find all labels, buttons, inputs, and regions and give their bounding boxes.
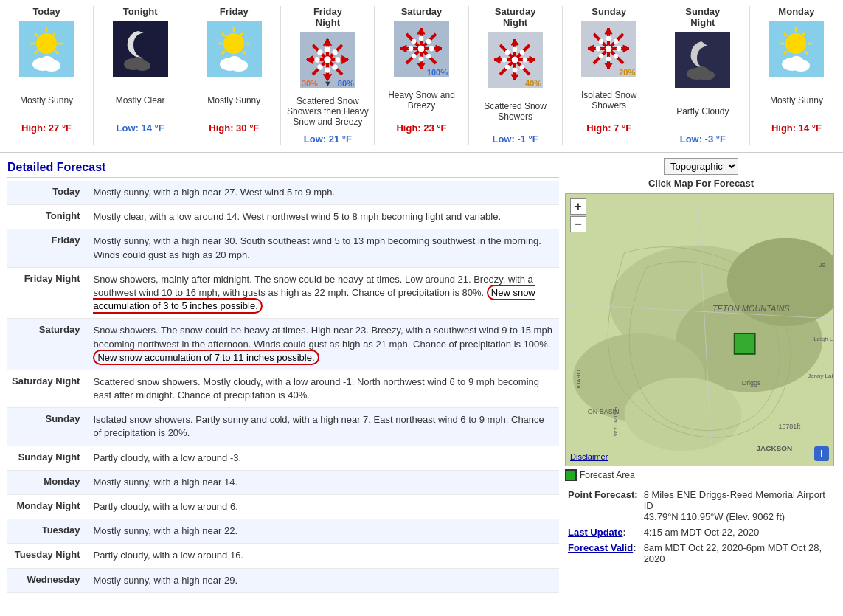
precip-saturday: 100% [394, 68, 449, 77]
point-forecast-value: 8 Miles ENE Driggs-Reed Memorial Airport… [641, 487, 837, 525]
zoom-out-button[interactable]: − [570, 216, 586, 232]
svg-point-76 [513, 68, 517, 72]
svg-point-93 [606, 36, 611, 41]
main-content: Detailed Forecast TodayMostly sunny, wit… [0, 153, 843, 601]
svg-point-75 [513, 47, 517, 52]
precip-friday-night: 30% ▼ 80% [300, 79, 355, 88]
last-update-link[interactable]: Last Update [568, 527, 622, 538]
svg-point-45 [318, 65, 322, 69]
forecast-description: Scattered snow showers. Mostly cloudy, w… [89, 370, 559, 407]
last-update-label: Last Update: [565, 525, 641, 540]
desc-sunday-night: Partly Cloudy [656, 92, 749, 131]
forecast-row: Tuesday NightPartly cloudy, with a low a… [7, 544, 559, 568]
map-controls: Topographic Standard Satellite [565, 158, 837, 175]
svg-point-95 [596, 46, 600, 51]
svg-point-40 [325, 68, 330, 72]
svg-point-83 [512, 57, 518, 63]
forecast-day-sunday-night: SundayNight Partly Cloudy Low: -3 °F [656, 6, 750, 145]
forecast-period: Tuesday Night [7, 544, 89, 568]
disclaimer-link[interactable]: Disclaimer [570, 452, 608, 461]
forecast-period: Friday [7, 229, 89, 267]
day-title-sunday: Sunday [563, 6, 656, 17]
svg-point-60 [429, 46, 434, 51]
svg-point-101 [606, 46, 611, 52]
forecast-row: MondayMostly sunny, with a high near 14. [7, 470, 559, 494]
forecast-period: Monday Night [7, 495, 89, 519]
desc-sunday: Isolated Snow Showers [563, 81, 656, 120]
day-title-friday-night: FridayNight [281, 6, 374, 28]
click-map-label: Click Map For Forecast [565, 178, 837, 189]
forecast-valid-value: 8am MDT Oct 22, 2020-6pm MDT Oct 28, 202… [641, 540, 837, 567]
svg-point-107 [785, 33, 806, 54]
svg-point-43 [318, 50, 322, 55]
svg-point-100 [614, 54, 618, 58]
legend-box [565, 469, 577, 481]
svg-text:13781ft: 13781ft [778, 423, 800, 430]
forecast-period: Sunday [7, 408, 89, 446]
svg-point-57 [419, 36, 423, 41]
detailed-forecast-title: Detailed Forecast [7, 161, 559, 178]
point-forecast-table: Point Forecast: 8 Miles ENE Driggs-Reed … [565, 487, 837, 567]
svg-point-94 [606, 57, 611, 61]
icon-monday [769, 21, 824, 77]
svg-point-80 [520, 50, 524, 55]
zoom-in-button[interactable]: + [570, 198, 586, 215]
desc-today: Mostly Sunny [0, 81, 93, 120]
forecast-description: Snow showers, mainly after midnight. The… [89, 267, 559, 319]
forecast-day-sunday: Sunday [563, 6, 656, 145]
svg-point-65 [418, 46, 424, 52]
map-type-select[interactable]: Topographic Standard Satellite [664, 158, 738, 175]
map-zoom-controls: + − [570, 198, 586, 232]
forecast-period: Tonight [7, 205, 89, 229]
svg-point-12 [40, 56, 55, 68]
svg-point-63 [412, 54, 416, 58]
forecast-row: Sunday NightPartly cloudy, with a low ar… [7, 446, 559, 470]
legend-label: Forecast Area [580, 470, 635, 480]
forecast-row: Friday NightSnow showers, mainly after m… [7, 267, 559, 319]
svg-point-118 [789, 56, 804, 68]
svg-point-77 [502, 58, 507, 62]
icon-saturday: 100% [394, 21, 449, 77]
forecast-day-today: Today Mostly Sunny High: 27 °F [0, 6, 94, 145]
forecast-valid-label: Forecast Valid: [565, 540, 641, 567]
forecast-description: Mostly sunny, with a high near 22. [89, 519, 559, 544]
detailed-forecast-panel: Detailed Forecast TodayMostly sunny, wit… [0, 153, 559, 601]
forecast-period: Sunday Night [7, 446, 89, 470]
forecast-area-legend: Forecast Area [565, 469, 837, 481]
temp-sunday: High: 7 °F [563, 122, 656, 134]
svg-text:JACKSON: JACKSON [757, 444, 793, 452]
forecast-day-tonight: Tonight Mostly Clear Low: 14 °F [94, 6, 187, 145]
svg-point-98 [614, 39, 618, 44]
day-title-monday: Monday [750, 6, 843, 17]
icon-saturday-night: 40% [488, 32, 543, 88]
forecast-row: Monday NightPartly cloudy, with a low ar… [7, 495, 559, 519]
icon-sunday-night [675, 32, 730, 88]
forecast-description: Mostly clear, with a low around 14. West… [89, 205, 559, 229]
svg-point-47 [325, 57, 330, 63]
svg-point-64 [426, 54, 431, 58]
desc-tonight: Mostly Clear [94, 81, 187, 120]
temp-monday: High: 14 °F [750, 122, 843, 134]
forecast-period: Today [7, 181, 89, 205]
day-title-friday: Friday [187, 6, 280, 17]
day-title-tonight: Tonight [94, 6, 187, 17]
svg-text:Leigh Lake: Leigh Lake [813, 336, 833, 342]
svg-point-29 [227, 56, 242, 68]
temp-tonight: Low: 14 °F [94, 122, 187, 134]
map-container[interactable]: TETON MOUNTAINS ON BASIN JACKSON IDAHO W… [565, 193, 834, 466]
day-title-saturday: Saturday [375, 6, 468, 17]
temp-today: High: 27 °F [0, 122, 93, 134]
last-update-value: 4:15 am MDT Oct 22, 2020 [641, 525, 837, 540]
forecast-period: Saturday [7, 319, 89, 370]
svg-text:Ja: Ja [819, 261, 825, 269]
last-update-row: Last Update: 4:15 am MDT Oct 22, 2020 [565, 525, 837, 540]
forecast-period: Wednesday [7, 568, 89, 592]
svg-point-46 [333, 65, 337, 69]
forecast-valid-link[interactable]: Forecast Valid [568, 542, 633, 553]
svg-point-59 [409, 46, 413, 51]
precip-sunday: 20% [581, 68, 636, 77]
forecast-description: Snow showers. The snow could be heavy at… [89, 319, 559, 370]
svg-point-81 [505, 65, 510, 69]
icon-friday [207, 21, 262, 77]
forecast-period: Tuesday [7, 519, 89, 544]
